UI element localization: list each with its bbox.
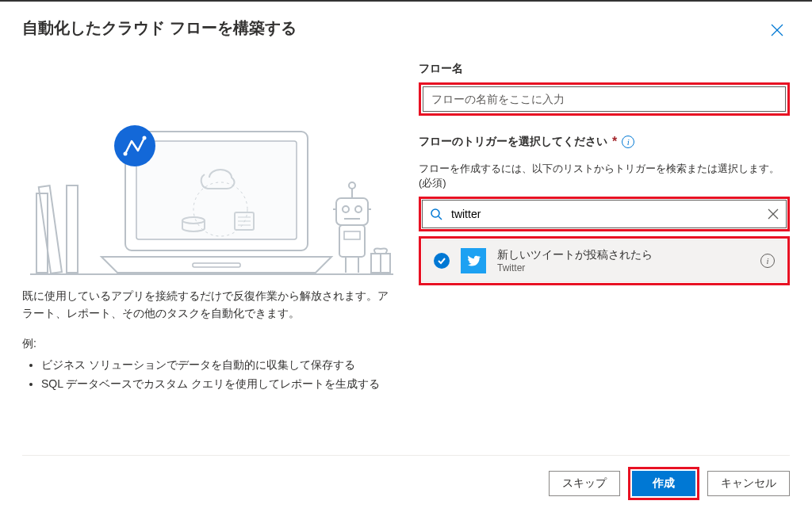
close-icon — [771, 24, 783, 36]
svg-rect-26 — [344, 231, 360, 239]
skip-button[interactable]: スキップ — [549, 471, 620, 496]
clear-icon[interactable] — [768, 208, 779, 220]
dialog-description: 既に使用しているアプリを接続するだけで反復作業から解放されます。アラート、レポー… — [22, 287, 395, 323]
svg-rect-17 — [336, 198, 368, 225]
svg-rect-25 — [339, 225, 365, 257]
svg-point-22 — [349, 182, 355, 189]
examples-label: 例: — [22, 337, 395, 351]
search-icon — [430, 208, 442, 220]
required-asterisk: * — [612, 135, 617, 149]
example-item: ビジネス ソリューションでデータを自動的に収集して保存する — [41, 356, 395, 375]
svg-rect-6 — [136, 141, 297, 239]
highlight-create: 作成 — [628, 467, 699, 500]
cancel-button[interactable]: キャンセル — [707, 471, 790, 496]
trigger-label: フローのトリガーを選択してください — [419, 135, 607, 149]
twitter-icon — [461, 248, 486, 273]
flow-name-label: フロー名 — [419, 62, 790, 76]
examples-list: ビジネス ソリューションでデータを自動的に収集して保存する SQL データベース… — [22, 356, 395, 394]
selected-check-icon — [434, 253, 450, 269]
svg-line-33 — [439, 216, 442, 220]
highlight-trigger-item: 新しいツイートが投稿されたら Twitter i — [419, 236, 790, 285]
highlight-flow-name — [419, 82, 790, 116]
trigger-item-connector: Twitter — [497, 262, 749, 273]
trigger-search-input[interactable] — [422, 200, 787, 228]
hero-illustration — [22, 59, 395, 281]
trigger-item[interactable]: 新しいツイートが投稿されたら Twitter i — [422, 239, 787, 282]
trigger-info-icon[interactable]: i — [760, 254, 775, 268]
info-icon[interactable]: i — [622, 136, 634, 148]
trigger-helper-text: フローを作成するには、以下のリストからトリガーを検索または選択します。(必須) — [419, 162, 790, 190]
svg-point-18 — [343, 206, 349, 212]
svg-rect-4 — [67, 185, 78, 273]
svg-point-32 — [431, 209, 439, 217]
highlight-search — [419, 197, 790, 231]
dialog-title: 自動化したクラウド フローを構築する — [22, 17, 297, 39]
svg-point-16 — [143, 136, 147, 140]
svg-point-15 — [124, 152, 128, 156]
create-button[interactable]: 作成 — [632, 471, 695, 496]
svg-point-19 — [355, 206, 362, 212]
trigger-item-title: 新しいツイートが投稿されたら — [497, 248, 749, 262]
svg-rect-3 — [39, 185, 62, 273]
close-button[interactable] — [764, 17, 790, 43]
example-item: SQL データベースでカスタム クエリを使用してレポートを生成する — [41, 375, 395, 394]
flow-name-input[interactable] — [423, 86, 786, 112]
